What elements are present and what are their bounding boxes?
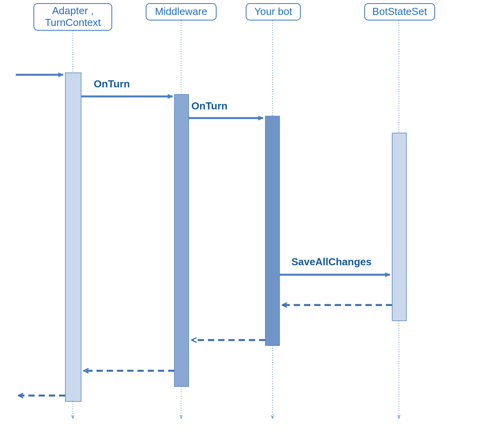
diagram-lines	[0, 0, 504, 429]
activation-adapter	[65, 73, 81, 401]
activation-middleware	[174, 94, 189, 386]
sequence-diagram: Adapter , TurnContext Middleware Your bo…	[0, 0, 504, 429]
activation-bot	[265, 116, 280, 346]
activation-state	[392, 133, 406, 321]
